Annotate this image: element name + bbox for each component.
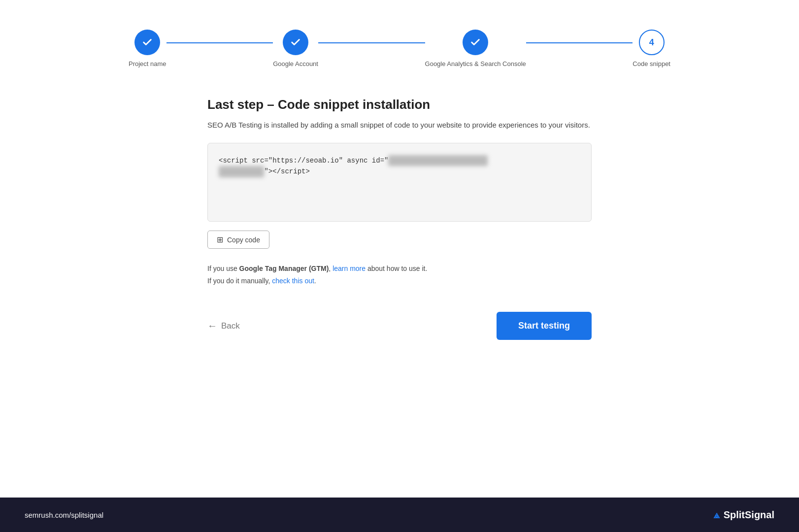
brand-name: SplitSignal bbox=[724, 509, 774, 521]
step-1-circle bbox=[134, 30, 160, 55]
check-this-out-link[interactable]: check this out bbox=[272, 277, 314, 285]
code-blurred-1: ██████████ ████ ████████ bbox=[388, 155, 488, 166]
step-4-number: 4 bbox=[649, 37, 654, 48]
connector-2 bbox=[318, 42, 425, 43]
page-title: Last step – Code snippet installation bbox=[207, 97, 592, 112]
step-project-name: Project name bbox=[129, 30, 166, 67]
learn-more-link[interactable]: learn more bbox=[333, 265, 366, 272]
info-line1-suffix: about how to use it. bbox=[366, 265, 427, 272]
info-line1-prefix: If you use bbox=[207, 265, 239, 272]
info-gtm-bold: Google Tag Manager (GTM) bbox=[239, 265, 329, 272]
info-line-2: If you do it manually, check this out. bbox=[207, 275, 592, 287]
step-2-label: Google Account bbox=[273, 60, 318, 67]
info-line2-suffix: . bbox=[314, 277, 316, 285]
back-label: Back bbox=[221, 321, 240, 331]
code-blurred-2: ███████████ bbox=[219, 166, 264, 177]
page-description: SEO A/B Testing is installed by adding a… bbox=[207, 119, 592, 131]
copy-code-button[interactable]: ⊞ Copy code bbox=[207, 231, 269, 249]
bottom-nav: ← Back Start testing bbox=[207, 312, 592, 340]
info-line-1: If you use Google Tag Manager (GTM), lea… bbox=[207, 263, 592, 275]
footer: semrush.com/splitsignal ⟁ SplitSignal bbox=[0, 498, 799, 532]
code-text-closing: "></script> bbox=[264, 167, 309, 175]
connector-1 bbox=[166, 42, 273, 43]
footer-brand: ⟁ SplitSignal bbox=[713, 508, 774, 521]
copy-button-label: Copy code bbox=[227, 236, 260, 244]
code-block: <script src="https://seoab.io" async id=… bbox=[207, 143, 592, 222]
step-2-circle bbox=[283, 30, 308, 55]
step-google-analytics: Google Analytics & Search Console bbox=[425, 30, 526, 67]
footer-url: semrush.com/splitsignal bbox=[25, 511, 103, 519]
back-button[interactable]: ← Back bbox=[207, 320, 240, 332]
step-google-account: Google Account bbox=[273, 30, 318, 67]
stepper: Project name Google Account Google Analy… bbox=[129, 30, 670, 67]
code-text-visible: <script src="https://seoab.io" async id=… bbox=[219, 157, 388, 165]
info-text: If you use Google Tag Manager (GTM), lea… bbox=[207, 263, 592, 287]
back-arrow-icon: ← bbox=[207, 320, 217, 332]
connector-3 bbox=[526, 42, 633, 43]
step-4-circle: 4 bbox=[639, 30, 665, 55]
info-line2-prefix: If you do it manually, bbox=[207, 277, 272, 285]
copy-icon: ⊞ bbox=[217, 235, 223, 244]
content-area: Last step – Code snippet installation SE… bbox=[207, 97, 592, 340]
step-4-label: Code snippet bbox=[633, 60, 670, 67]
step-code-snippet: 4 Code snippet bbox=[633, 30, 670, 67]
step-1-label: Project name bbox=[129, 60, 166, 67]
step-3-label: Google Analytics & Search Console bbox=[425, 60, 526, 67]
start-testing-button[interactable]: Start testing bbox=[497, 312, 592, 340]
step-3-circle bbox=[463, 30, 488, 55]
brand-icon: ⟁ bbox=[713, 508, 720, 521]
